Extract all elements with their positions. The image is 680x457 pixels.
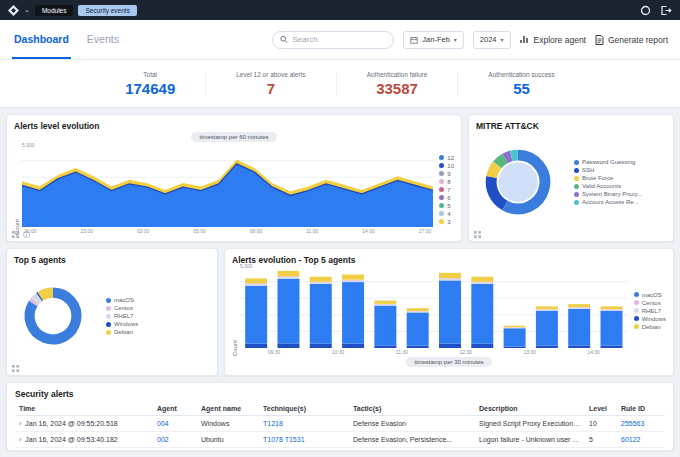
bar-segment-RHEL7[interactable] [471, 282, 493, 284]
bar-segment-macOS[interactable] [277, 279, 299, 344]
bar-segment-RHEL7[interactable] [568, 308, 590, 309]
bar-segment-RHEL7[interactable] [407, 311, 429, 312]
panel-grid-icon[interactable] [474, 231, 481, 238]
bar-chart-svg[interactable] [240, 265, 628, 348]
search-input[interactable] [292, 35, 386, 44]
bar-segment-Debian[interactable] [407, 308, 429, 311]
legend-item[interactable]: Debian [634, 324, 666, 330]
bar-segment-macOS[interactable] [407, 312, 429, 345]
donut-slice-RHEL7[interactable] [35, 297, 39, 301]
donut-slice-Windows[interactable] [39, 296, 40, 297]
panel-grid-icon[interactable] [12, 365, 19, 372]
column-header-rule-id[interactable]: Rule ID [617, 402, 665, 416]
app-logo-icon[interactable] [8, 5, 19, 16]
panel-grid-icon[interactable] [12, 231, 19, 238]
area-chart-svg[interactable] [22, 144, 433, 227]
donut-slice-Centos[interactable] [33, 301, 35, 303]
bar-segment-Debian[interactable] [471, 277, 493, 282]
bar-segment-RHEL7[interactable] [439, 279, 461, 281]
bar-segment-RHEL7[interactable] [342, 280, 364, 282]
column-header-time[interactable]: Time [15, 402, 153, 416]
legend-item[interactable]: macOS [634, 292, 666, 298]
legend-item[interactable]: 6 [439, 195, 454, 201]
year-select[interactable]: 2024 ▾ [473, 31, 511, 49]
legend-item[interactable]: Password Guessing [574, 159, 642, 165]
bar-segment-macOS[interactable] [504, 328, 526, 346]
bar-segment-RHEL7[interactable] [536, 310, 558, 311]
legend-item[interactable]: 10 [439, 163, 454, 169]
bar-segment-RHEL7[interactable] [504, 328, 526, 329]
column-header-agent-name[interactable]: Agent name [197, 402, 259, 416]
legend-item[interactable]: Windows [106, 321, 138, 327]
bar-segment-macOS[interactable] [568, 309, 590, 346]
bar-segment-RHEL7[interactable] [601, 310, 623, 311]
bar-segment-macOS[interactable] [439, 280, 461, 343]
legend-item[interactable]: Windows [634, 316, 666, 322]
bar-segment-RHEL7[interactable] [245, 284, 267, 286]
legend-item[interactable]: 5 [439, 203, 454, 209]
logout-icon[interactable] [660, 5, 672, 16]
bar-segment-Debian[interactable] [601, 306, 623, 309]
legend-item[interactable]: 12 [439, 155, 454, 161]
date-range-select[interactable]: Jan-Feb ▾ [403, 31, 464, 49]
bar-segment-macOS[interactable] [471, 284, 493, 344]
top-agents-donut-chart[interactable] [14, 277, 92, 355]
legend-item[interactable]: Centos [634, 300, 666, 306]
legend-item[interactable]: 7 [439, 187, 454, 193]
area-chart[interactable]: 5,000 20:0023:0002:0005:0008:0011:0014:0… [22, 144, 433, 235]
modules-breadcrumb-chip[interactable]: Modules [35, 5, 74, 16]
bar-segment-macOS[interactable] [374, 306, 396, 346]
legend-item[interactable]: Debian [106, 329, 138, 335]
mitre-donut-chart[interactable] [476, 140, 560, 224]
legend-item[interactable]: System Binary Proxy... [574, 191, 642, 197]
tab-dashboard[interactable]: Dashboard [12, 20, 71, 59]
rule-id-link[interactable]: 255563 [621, 420, 644, 427]
legend-item[interactable]: RHEL7 [634, 308, 666, 314]
legend-item[interactable]: 3 [439, 219, 454, 225]
info-icon[interactable] [23, 231, 30, 238]
bar-segment-Centos[interactable] [310, 282, 332, 283]
bar-segment-Debian[interactable] [568, 304, 590, 307]
donut-slice-Debian[interactable] [40, 293, 52, 297]
bar-segment-macOS[interactable] [245, 286, 267, 344]
donut-slice-Account Access Re...[interactable] [511, 155, 518, 156]
legend-item[interactable]: Centos [106, 305, 138, 311]
explore-agent-button[interactable]: Explore agent [520, 35, 586, 45]
bar-segment-Debian[interactable] [245, 278, 267, 283]
agent-id-link[interactable]: 002 [157, 436, 169, 443]
legend-item[interactable]: Account Access Re... [574, 199, 642, 205]
column-header-level[interactable]: Level [585, 402, 617, 416]
legend-item[interactable]: RHEL7 [106, 313, 138, 319]
stacked-bar-chart[interactable]: 5,000 09:3010:3011:3012:3013:3014:30 [240, 265, 628, 356]
column-header-technique-s-[interactable]: Technique(s) [259, 402, 349, 416]
rule-id-link[interactable]: 60122 [621, 436, 640, 443]
legend-item[interactable]: Brute Force [574, 175, 642, 181]
chevron-down-icon[interactable]: ⌄ [24, 6, 30, 14]
agent-id-link[interactable]: 004 [157, 420, 169, 427]
bar-segment-macOS[interactable] [601, 311, 623, 346]
legend-item[interactable]: 4 [439, 211, 454, 217]
legend-item[interactable]: Valid Accounts [574, 183, 642, 189]
bar-segment-Centos[interactable] [277, 276, 299, 277]
bar-segment-RHEL7[interactable] [374, 304, 396, 305]
legend-item[interactable]: 9 [439, 171, 454, 177]
column-header-tactic-s-[interactable]: Tactic(s) [349, 402, 475, 416]
donut-slice-System Binary Proxy...[interactable] [505, 156, 511, 158]
bar-segment-Centos[interactable] [439, 278, 461, 279]
bar-segment-Debian[interactable] [342, 275, 364, 280]
column-header-agent[interactable]: Agent [153, 402, 197, 416]
technique-link[interactable]: T1531 [285, 436, 305, 443]
legend-item[interactable]: 8 [439, 179, 454, 185]
bar-segment-macOS[interactable] [342, 282, 364, 343]
bar-segment-Debian[interactable] [310, 277, 332, 282]
bar-segment-Debian[interactable] [374, 301, 396, 304]
generate-report-button[interactable]: Generate report [595, 35, 668, 45]
donut-slice-Brute Force[interactable] [492, 165, 498, 177]
bar-segment-Centos[interactable] [471, 282, 493, 283]
tab-events[interactable]: Events [85, 20, 121, 59]
bar-segment-RHEL7[interactable] [310, 282, 332, 284]
bar-segment-Debian[interactable] [439, 273, 461, 278]
donut-slice-Valid Accounts[interactable] [497, 158, 505, 164]
bar-segment-RHEL7[interactable] [277, 277, 299, 279]
legend-item[interactable]: SSH [574, 167, 642, 173]
